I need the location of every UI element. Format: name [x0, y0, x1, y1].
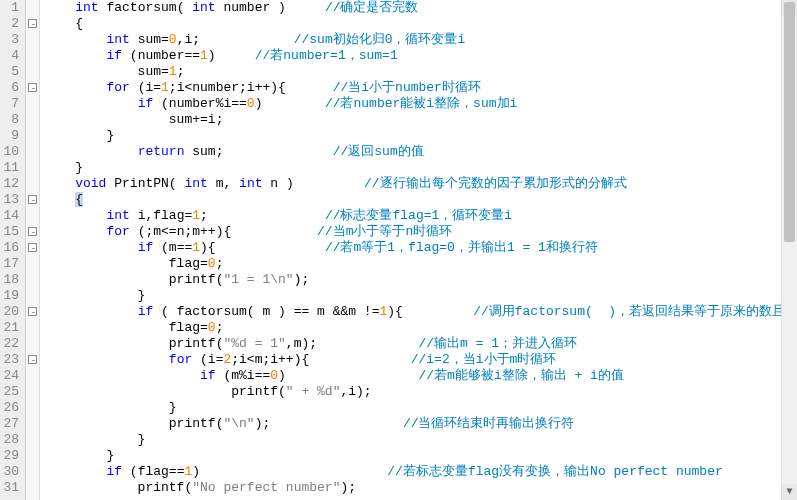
- token: );: [294, 272, 310, 287]
- code-line[interactable]: int sum=0,i; //sum初始化归0，循环变量i: [44, 32, 797, 48]
- code-line[interactable]: }: [44, 128, 797, 144]
- fold-toggle-icon[interactable]: [28, 307, 37, 316]
- fold-cell[interactable]: [26, 304, 39, 320]
- token: }: [44, 128, 114, 143]
- token: (number%i==: [153, 96, 247, 111]
- fold-cell: [26, 336, 39, 352]
- fold-cell[interactable]: [26, 240, 39, 256]
- fold-cell[interactable]: [26, 16, 39, 32]
- token: [44, 32, 106, 47]
- fold-cell: [26, 176, 39, 192]
- code-line[interactable]: printf(" + %d",i);: [44, 384, 797, 400]
- code-line[interactable]: }: [44, 288, 797, 304]
- fold-cell[interactable]: [26, 352, 39, 368]
- token: {: [44, 16, 83, 31]
- token: }: [44, 288, 145, 303]
- token: "%d = 1": [223, 336, 285, 351]
- code-line[interactable]: if ( factorsum( m ) == m &&m !=1){ //调用f…: [44, 304, 797, 320]
- fold-toggle-icon[interactable]: [28, 83, 37, 92]
- token: [44, 304, 138, 319]
- code-line[interactable]: if (number==1) //若number=1，sum=1: [44, 48, 797, 64]
- fold-toggle-icon[interactable]: [28, 227, 37, 236]
- token: int: [106, 208, 129, 223]
- line-number: 20: [0, 304, 19, 320]
- fold-toggle-icon[interactable]: [28, 195, 37, 204]
- token: [44, 48, 106, 63]
- code-line[interactable]: flag=0;: [44, 256, 797, 272]
- token: 0: [208, 320, 216, 335]
- fold-toggle-icon[interactable]: [28, 243, 37, 252]
- fold-column[interactable]: [26, 0, 40, 500]
- code-line[interactable]: sum=1;: [44, 64, 797, 80]
- token: ): [278, 368, 418, 383]
- code-line[interactable]: for (i=2;i<m;i++){ //i=2，当i小于m时循环: [44, 352, 797, 368]
- token: if: [138, 96, 154, 111]
- code-line[interactable]: printf("No perfect number");: [44, 480, 797, 496]
- fold-cell: [26, 64, 39, 80]
- code-line[interactable]: printf("\n"); //当循环结束时再输出换行符: [44, 416, 797, 432]
- code-area[interactable]: int factorsum( int number ) //确定是否完数 { i…: [40, 0, 797, 500]
- token: //当m小于等于n时循环: [317, 224, 452, 239]
- code-line[interactable]: return sum; //返回sum的值: [44, 144, 797, 160]
- token: printf(: [44, 384, 286, 399]
- fold-cell: [26, 96, 39, 112]
- code-line[interactable]: if (m==1){ //若m等于1，flag=0，并输出1 = 1和换行符: [44, 240, 797, 256]
- line-number: 12: [0, 176, 19, 192]
- code-line[interactable]: {: [44, 192, 797, 208]
- code-line[interactable]: if (flag==1) //若标志变量flag没有变换，输出No perfec…: [44, 464, 797, 480]
- code-line[interactable]: }: [44, 400, 797, 416]
- code-line[interactable]: }: [44, 160, 797, 176]
- line-number: 15: [0, 224, 19, 240]
- code-line[interactable]: if (m%i==0) //若m能够被i整除，输出 + i的值: [44, 368, 797, 384]
- code-line[interactable]: sum+=i;: [44, 112, 797, 128]
- code-line[interactable]: printf("1 = 1\n");: [44, 272, 797, 288]
- token: if: [106, 48, 122, 63]
- token: for: [169, 352, 192, 367]
- token: //i=2，当i小于m时循环: [411, 352, 557, 367]
- fold-cell: [26, 208, 39, 224]
- token: (number==: [122, 48, 200, 63]
- code-line[interactable]: }: [44, 448, 797, 464]
- fold-cell: [26, 432, 39, 448]
- code-line[interactable]: int i,flag=1; //标志变量flag=1，循环变量i: [44, 208, 797, 224]
- fold-cell[interactable]: [26, 80, 39, 96]
- fold-toggle-icon[interactable]: [28, 19, 37, 28]
- fold-cell[interactable]: [26, 192, 39, 208]
- token: );: [340, 480, 356, 495]
- token: ;: [216, 256, 224, 271]
- line-number: 18: [0, 272, 19, 288]
- code-line[interactable]: for (i=1;i<number;i++){ //当i小于number时循环: [44, 80, 797, 96]
- code-line[interactable]: printf("%d = 1",m); //输出m = 1；并进入循环: [44, 336, 797, 352]
- code-line[interactable]: void PrintPN( int m, int n ) //逐行输出每个完数的…: [44, 176, 797, 192]
- code-line[interactable]: }: [44, 432, 797, 448]
- scroll-down-button[interactable]: ▼: [782, 484, 797, 500]
- token: sum=: [130, 32, 169, 47]
- token: int: [75, 0, 98, 15]
- token: [44, 0, 75, 15]
- fold-toggle-icon[interactable]: [28, 355, 37, 364]
- code-line[interactable]: flag=0;: [44, 320, 797, 336]
- token: i,flag=: [130, 208, 192, 223]
- token: [44, 208, 106, 223]
- code-line[interactable]: {: [44, 16, 797, 32]
- scrollbar-thumb[interactable]: [784, 2, 795, 242]
- code-line[interactable]: int factorsum( int number ) //确定是否完数: [44, 0, 797, 16]
- line-number: 13: [0, 192, 19, 208]
- line-number: 6: [0, 80, 19, 96]
- token: ,i;: [177, 32, 294, 47]
- line-number: 29: [0, 448, 19, 464]
- token: ;i<number;i++){: [169, 80, 333, 95]
- fold-cell: [26, 256, 39, 272]
- token: //若number=1，sum=1: [255, 48, 398, 63]
- line-number: 19: [0, 288, 19, 304]
- line-number: 1: [0, 0, 19, 16]
- code-editor[interactable]: 1234567891011121314151617181920212223242…: [0, 0, 797, 500]
- code-line[interactable]: for (;m<=n;m++){ //当m小于等于n时循环: [44, 224, 797, 240]
- line-number: 25: [0, 384, 19, 400]
- fold-cell[interactable]: [26, 224, 39, 240]
- vertical-scrollbar[interactable]: ▲ ▼: [781, 0, 797, 500]
- token: " + %d": [286, 384, 341, 399]
- code-line[interactable]: if (number%i==0) //若number能被i整除，sum加i: [44, 96, 797, 112]
- token: {: [75, 192, 83, 207]
- fold-cell: [26, 416, 39, 432]
